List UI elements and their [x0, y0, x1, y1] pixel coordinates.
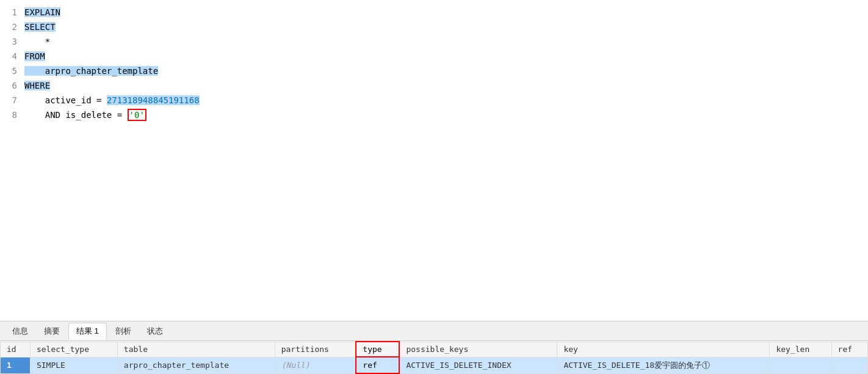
col-header-ref: ref [831, 342, 867, 357]
line-content: AND is_delete = '0' [24, 108, 868, 122]
line-number: 5 [0, 64, 24, 78]
code-line: 6WHERE [0, 78, 868, 93]
token: WHERE [24, 81, 50, 90]
tab-bar: 信息 摘要 结果 1 剖析 状态 [0, 321, 868, 340]
line-number: 2 [0, 20, 24, 34]
token: FROM [24, 51, 45, 61]
col-header-table: table [117, 342, 275, 357]
line-content: WHERE [24, 78, 868, 93]
cell-ref [831, 357, 867, 373]
line-number: 4 [0, 49, 24, 64]
token: SELECT [24, 22, 56, 32]
cell-id: 1 [1, 357, 31, 373]
code-line: 4FROM [0, 49, 868, 64]
token: arpro_chapter_template [24, 66, 158, 76]
cell-partitions: (Null) [275, 357, 356, 373]
line-number: 3 [0, 34, 24, 49]
code-line: 8 AND is_delete = '0' [0, 108, 868, 122]
table-header-row: id select_type table partitions type pos… [1, 342, 868, 357]
line-content: arpro_chapter_template [24, 64, 868, 78]
token: AND is_delete = [24, 110, 128, 120]
token: active_id = [24, 95, 107, 105]
line-content: FROM [24, 49, 868, 64]
tab-info[interactable]: 信息 [5, 323, 35, 339]
token: * [24, 37, 50, 46]
col-header-id: id [1, 342, 31, 357]
token: EXPLAIN [24, 7, 60, 17]
line-content: SELECT [24, 20, 868, 34]
token-value-highlighted: '0' [128, 109, 146, 121]
line-content: * [24, 34, 868, 49]
col-header-select-type: select_type [30, 342, 117, 357]
cell-table: arpro_chapter_template [117, 357, 275, 373]
code-line: 1EXPLAIN [0, 5, 868, 20]
code-line: 5 arpro_chapter_template [0, 64, 868, 78]
line-number: 1 [0, 5, 24, 20]
code-line: 7 active_id = 271318948845191168 [0, 93, 868, 108]
line-number: 8 [0, 108, 24, 122]
results-area: id select_type table partitions type pos… [0, 340, 868, 374]
cell-select-type: SIMPLE [30, 357, 117, 373]
col-header-type: type [356, 342, 399, 357]
cell-type: ref [356, 357, 399, 373]
code-editor[interactable]: 1EXPLAIN2SELECT3 *4FROM5 arpro_chapter_t… [0, 0, 868, 321]
line-content: active_id = 271318948845191168 [24, 93, 868, 108]
tab-results[interactable]: 结果 1 [68, 323, 107, 340]
table-row: 1 SIMPLE arpro_chapter_template (Null) r… [1, 357, 868, 373]
col-header-key: key [557, 342, 770, 357]
line-number: 6 [0, 78, 24, 93]
line-content: EXPLAIN [24, 5, 868, 20]
code-line: 3 * [0, 34, 868, 49]
cell-key-len [770, 357, 831, 373]
cell-key: ACTIVE_IS_DELETE_18爱宇圆的兔子① [557, 357, 770, 373]
code-line: 2SELECT [0, 20, 868, 34]
col-header-key-len: key_len [770, 342, 831, 357]
line-number: 7 [0, 93, 24, 108]
tab-summary[interactable]: 摘要 [37, 323, 67, 339]
token: 271318948845191168 [107, 95, 200, 105]
results-table: id select_type table partitions type pos… [0, 341, 868, 374]
col-header-possible-keys: possible_keys [399, 342, 557, 357]
cell-possible-keys: ACTIVE_IS_DELETE_INDEX [399, 357, 557, 373]
col-header-partitions: partitions [275, 342, 356, 357]
tab-profile[interactable]: 剖析 [108, 323, 139, 339]
tab-status[interactable]: 状态 [140, 323, 170, 339]
